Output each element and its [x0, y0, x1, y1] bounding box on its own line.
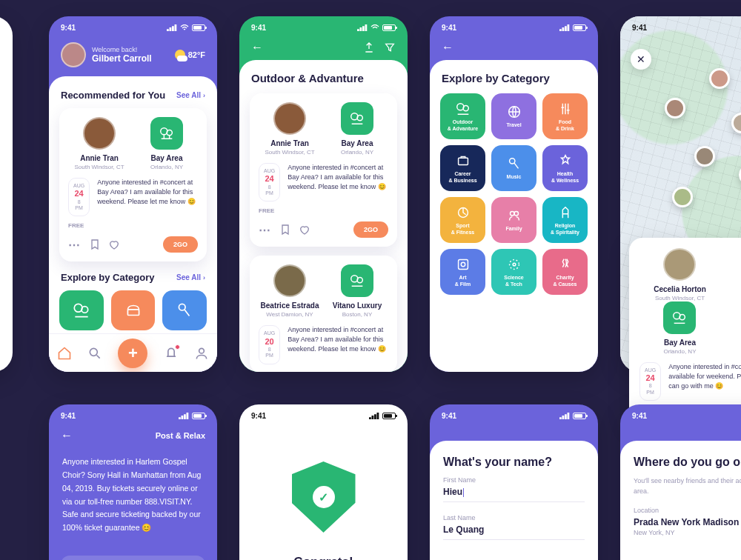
tab-home[interactable]	[57, 346, 72, 361]
event-card-2[interactable]: Beatrice EstradaWest Damion, NY Vitano L…	[250, 256, 397, 372]
map-pin[interactable]	[709, 68, 730, 89]
status-bar: 9:41	[430, 16, 598, 36]
field-label: Last Name	[443, 514, 585, 521]
event-description: Anyone interested in #concert at Bay Are…	[97, 178, 198, 216]
congrats-title: Congrats!	[239, 555, 408, 560]
host-avatar	[273, 264, 306, 297]
first-name-input[interactable]: Hieu	[443, 487, 585, 502]
place-tile	[341, 264, 373, 297]
category-tile[interactable]: Sport& Fitness	[440, 197, 485, 243]
signal-icon	[357, 24, 368, 31]
category-tile[interactable]: Charity& Causes	[542, 249, 588, 295]
category-selector[interactable]: Category Music	[61, 556, 205, 560]
chevron-right-icon: ›	[203, 92, 205, 99]
back-button[interactable]: ←	[61, 429, 73, 442]
post-body: Anyone interested in Harlem Gospel Choir…	[49, 453, 217, 548]
category-tile-music[interactable]	[162, 290, 207, 330]
event-card-1[interactable]: Annie TranSouth Windsor, CT Bay AreaOrla…	[250, 93, 397, 247]
last-name-input[interactable]: Le Quang	[443, 524, 585, 540]
svg-point-23	[509, 260, 519, 270]
user-name: Gilbert Carroll	[92, 53, 152, 64]
page-title: Outdoor & Advanture	[251, 72, 396, 84]
category-tile[interactable]: Family	[491, 197, 536, 243]
svg-point-5	[179, 304, 186, 311]
temperature: 82°F	[188, 50, 205, 59]
bookmark-icon[interactable]	[89, 239, 101, 250]
back-button[interactable]: ←	[442, 41, 453, 54]
heart-icon[interactable]	[299, 224, 310, 236]
host-name: Annie Tran	[80, 154, 119, 162]
category-tile[interactable]: Food& Drink	[542, 93, 588, 139]
place-name: Bay Area	[151, 154, 183, 162]
chevron-right-icon: ›	[203, 274, 205, 281]
phone-home: 9:41 Welcome back! Gilbert Carroll 82°F	[49, 16, 217, 372]
close-button[interactable]: ✕	[631, 49, 651, 70]
price-free: FREE	[68, 222, 198, 229]
tab-profile[interactable]	[194, 346, 209, 361]
tree-icon	[159, 125, 175, 141]
category-tile-food[interactable]	[111, 290, 156, 330]
place-tile	[341, 102, 373, 135]
tab-notifications[interactable]	[164, 346, 179, 361]
category-tile[interactable]: Outdoor& Advanture	[440, 93, 485, 139]
more-icon[interactable]: ⋯	[259, 223, 272, 237]
more-icon[interactable]: ⋯	[68, 238, 82, 252]
host-avatar	[83, 117, 116, 150]
category-tile[interactable]: Music	[491, 145, 536, 191]
weather-widget[interactable]: 82°F	[175, 50, 205, 60]
category-tile-outdoor[interactable]	[59, 290, 104, 330]
event-card[interactable]: Annie Tran South Windsor, CT Bay Area Or…	[59, 108, 207, 261]
back-button[interactable]: ←	[251, 41, 263, 54]
svg-point-16	[509, 159, 514, 164]
phone-categories: 9:41 ← Explore by Category Outdoor& Adva…	[430, 16, 598, 372]
category-tile[interactable]: Religion& Spiritality	[542, 197, 588, 243]
welcome-text: Welcome back!	[92, 46, 152, 53]
category-tile[interactable]: Travel	[491, 93, 536, 139]
category-tile[interactable]: Science& Tech	[491, 249, 536, 295]
heart-icon[interactable]	[108, 239, 120, 250]
section-title-explore: Explore by Category	[61, 272, 154, 283]
map-event-card[interactable]: Cecelia HortonSouth Windsor, CT Bay Area…	[629, 238, 741, 424]
svg-point-7	[199, 348, 205, 353]
filter-icon[interactable]	[384, 41, 396, 53]
form-question: Where do you go out?	[634, 456, 741, 469]
see-all-link-2[interactable]: See All›	[176, 273, 205, 281]
wifi-icon	[370, 24, 379, 31]
bookmark-icon[interactable]	[279, 224, 291, 236]
form-hint: You'll see nearby friends and their acti…	[634, 476, 741, 496]
location-input[interactable]: Prada New York Madison New York, NY	[634, 517, 741, 541]
place-tile	[150, 117, 183, 150]
fab-add[interactable]: +	[118, 339, 147, 368]
go-button[interactable]: 2GO	[353, 221, 388, 238]
place-location: Orlando, NY	[150, 164, 183, 170]
svg-point-19	[514, 212, 519, 216]
page-title: Post & Relax	[156, 431, 205, 440]
host-location: South Windsor, CT	[74, 164, 124, 170]
phone-congrats: 9:41 ✓ Congrats!	[239, 404, 408, 560]
map-pin[interactable]	[694, 146, 715, 167]
wifi-icon	[180, 24, 189, 31]
phone-preview-edge-left	[0, 16, 13, 372]
share-icon[interactable]	[363, 41, 375, 53]
form-question: What's your name?	[443, 456, 585, 469]
map-pin[interactable]	[665, 98, 685, 119]
phone-location-form: 9:41 Where do you go out? You'll see nea…	[620, 404, 741, 560]
category-tile[interactable]: Health& Wellness	[542, 145, 588, 191]
category-tile[interactable]: Art& Film	[440, 249, 485, 295]
tab-bar: +	[49, 333, 217, 372]
user-avatar[interactable]	[61, 42, 86, 67]
phone-outdoor: 9:41 ← Outdoor & Advanture Annie TranSou…	[239, 16, 408, 372]
map-pin[interactable]	[672, 187, 693, 207]
phone-map: 9:41 ✕ Filter Cecelia HortonSouth Windso…	[620, 16, 741, 372]
go-button[interactable]: 2GO	[163, 236, 198, 253]
category-tile[interactable]: Career& Business	[440, 145, 485, 191]
svg-rect-4	[127, 310, 139, 316]
svg-rect-15	[458, 158, 468, 164]
checkmark-icon: ✓	[313, 486, 335, 508]
see-all-link[interactable]: See All›	[176, 91, 205, 99]
svg-point-21	[461, 262, 465, 267]
tab-search[interactable]	[87, 346, 102, 361]
svg-rect-20	[458, 260, 468, 270]
weather-icon	[175, 50, 185, 60]
field-label: Location	[634, 507, 741, 514]
